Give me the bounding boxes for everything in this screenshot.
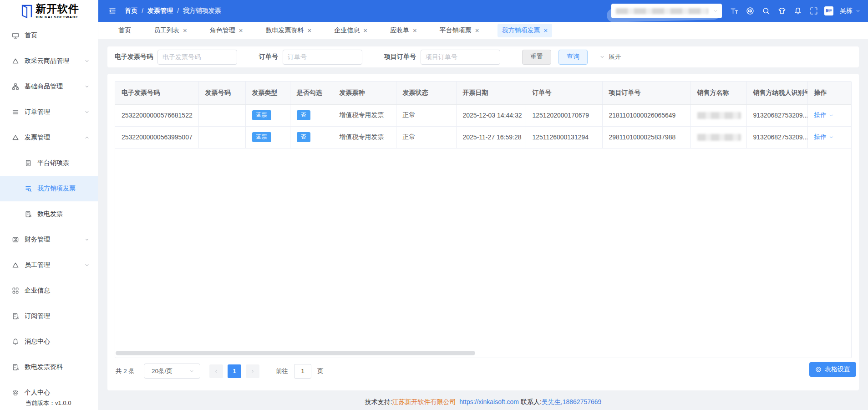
doc-pen-icon <box>12 313 19 320</box>
horizontal-scrollbar-thumb[interactable] <box>116 351 475 355</box>
footer: 技术支持:江苏新开软件有限公司 https://xinkaisoft.com 联… <box>98 398 868 406</box>
chevron-down-icon <box>599 54 605 60</box>
sidebar-item-label: 发票管理 <box>25 133 79 142</box>
sidebar-item-platform-output-invoice[interactable]: 平台销项票 <box>0 150 98 176</box>
contact-link[interactable]: 吴先生,18862757669 <box>542 398 602 405</box>
sidebar-item-label: 个人中心 <box>25 389 90 397</box>
close-icon[interactable]: × <box>308 27 312 34</box>
row-action-dropdown[interactable]: 操作 <box>814 111 834 119</box>
sidebar-item-company-info[interactable]: 企业信息 <box>0 278 98 303</box>
chevron-right-icon <box>250 369 255 374</box>
sidebar-item-label: 我方销项发票 <box>37 184 90 193</box>
font-size-icon[interactable] <box>730 7 738 15</box>
col-checked: 是否勾选 <box>290 82 333 104</box>
col-date: 开票日期 <box>456 82 526 104</box>
company-select[interactable] <box>611 4 722 18</box>
cell-actions: 操作 <box>807 104 852 126</box>
sidebar-item-our-output-invoice[interactable]: 我方销项发票 <box>0 176 98 201</box>
page-size-select[interactable]: 20条/页 <box>144 364 200 379</box>
tab-label: 员工列表 <box>154 26 179 35</box>
sidebar-item-zhengcaiyun-products[interactable]: 政采云商品管理 <box>0 48 98 74</box>
sidebar-item-label: 基础商品管理 <box>25 82 79 91</box>
user-menu[interactable]: 新开 吴栋 <box>824 6 861 15</box>
breadcrumb-separator: / <box>142 7 143 15</box>
sidebar-item-finance[interactable]: 财务管理 <box>0 227 98 252</box>
sidebar-item-label: 订阅管理 <box>25 312 90 320</box>
sidebar-item-digital-invoice[interactable]: 数电发票 <box>0 201 98 227</box>
settings-circle-icon <box>815 366 822 373</box>
tab-platform-output-invoice[interactable]: 平台销项票× <box>435 24 484 37</box>
sidebar-item-message-center[interactable]: 消息中心 <box>0 329 98 354</box>
breadcrumb-current: 我方销项发票 <box>183 7 221 15</box>
page-1-button[interactable]: 1 <box>228 364 241 378</box>
prev-page-button[interactable] <box>209 364 223 378</box>
breadcrumb-item[interactable]: 首页 <box>125 7 137 15</box>
website-link[interactable]: https://xinkaisoft.com <box>459 398 519 405</box>
expand-toggle[interactable]: 展开 <box>599 53 621 61</box>
next-page-button[interactable] <box>246 364 259 378</box>
project-order-no-input[interactable] <box>421 50 500 65</box>
cell-actions: 操作 <box>807 126 852 148</box>
tab-our-output-invoice[interactable]: 我方销项发票× <box>497 24 553 37</box>
language-icon[interactable] <box>746 7 754 15</box>
sidebar-item-label: 企业信息 <box>25 287 90 295</box>
staff-icon <box>12 261 19 269</box>
search-doc-icon <box>25 185 32 192</box>
tab-label: 首页 <box>118 26 131 35</box>
redacted-select-text <box>616 8 708 14</box>
blue-invoice-tag: 蓝票 <box>252 110 271 120</box>
col-project-order-no: 项目订单号 <box>602 82 690 104</box>
col-status: 发票状态 <box>396 82 456 104</box>
goto-page-input[interactable] <box>294 364 311 379</box>
sidebar-item-subscription[interactable]: 订阅管理 <box>0 303 98 329</box>
bell-icon <box>12 338 19 345</box>
sidebar-item-orders[interactable]: 订单管理 <box>0 99 98 125</box>
breadcrumb-item[interactable]: 发票管理 <box>147 7 173 15</box>
close-icon[interactable]: × <box>239 27 243 34</box>
sidebar-item-home[interactable]: 首页 <box>0 23 98 48</box>
tab-role-mgmt[interactable]: 角色管理× <box>205 24 248 37</box>
cell-status: 正常 <box>396 104 456 126</box>
close-icon[interactable]: × <box>475 27 479 34</box>
close-icon[interactable]: × <box>363 27 367 34</box>
close-icon[interactable]: × <box>544 27 548 34</box>
sidebar-item-invoice-mgmt[interactable]: 发票管理 <box>0 125 98 150</box>
tab-home[interactable]: 首页 <box>114 24 136 37</box>
tab-receivables[interactable]: 应收单× <box>386 24 421 37</box>
tab-staff-list[interactable]: 员工列表× <box>149 24 192 37</box>
invoice-table: 电子发票号码 发票号码 发票类型 是否勾选 发票票种 发票状态 开票日期 订单号… <box>115 81 852 358</box>
row-action-dropdown[interactable]: 操作 <box>814 133 834 141</box>
tab-digital-invoice-data[interactable]: 数电发票资料× <box>261 24 316 37</box>
filter-bar: 电子发票号码 订单号 项目订单号 重置 查询 展开 <box>107 46 859 67</box>
fold-menu-icon[interactable] <box>108 7 117 15</box>
close-icon[interactable]: × <box>183 27 187 34</box>
table-settings-button[interactable]: 表格设置 <box>809 362 856 377</box>
logo-title: 新开软件 <box>36 4 79 14</box>
company-link[interactable]: 江苏新开软件有限公司 <box>392 398 456 405</box>
tab-label: 我方销项发票 <box>502 26 540 35</box>
invoice-no-input[interactable] <box>157 50 237 65</box>
checked-no-tag: 否 <box>297 110 310 120</box>
chevron-up-icon <box>84 135 90 140</box>
reset-button[interactable]: 重置 <box>522 50 551 65</box>
bell-icon[interactable] <box>794 7 802 15</box>
sidebar-item-basic-products[interactable]: 基础商品管理 <box>0 74 98 99</box>
filter-label: 电子发票号码 <box>115 53 153 61</box>
col-type: 发票类型 <box>245 82 290 104</box>
theme-icon[interactable] <box>778 7 786 15</box>
search-icon[interactable] <box>762 7 770 15</box>
chevron-down-icon <box>829 113 834 118</box>
version-value: v1.0.0 <box>55 400 71 406</box>
cell-invoice-no: 25322000000563995007 <box>115 126 198 148</box>
list-icon <box>12 108 19 116</box>
breadcrumb: 首页 / 发票管理 / 我方销项发票 <box>125 7 221 15</box>
close-icon[interactable]: × <box>413 27 417 34</box>
sidebar-menu: 首页 政采云商品管理 基础商品管理 订单管理 发票管理 平台销项票 <box>0 23 98 405</box>
tab-company-info[interactable]: 企业信息× <box>330 24 372 37</box>
order-no-input[interactable] <box>283 50 362 65</box>
total-count: 共 2 条 <box>116 367 135 375</box>
sidebar-item-digital-invoice-data[interactable]: 数电发票资料 <box>0 354 98 380</box>
sidebar-item-staff[interactable]: 员工管理 <box>0 252 98 278</box>
fullscreen-icon[interactable] <box>810 7 818 15</box>
query-button[interactable]: 查询 <box>558 50 588 65</box>
